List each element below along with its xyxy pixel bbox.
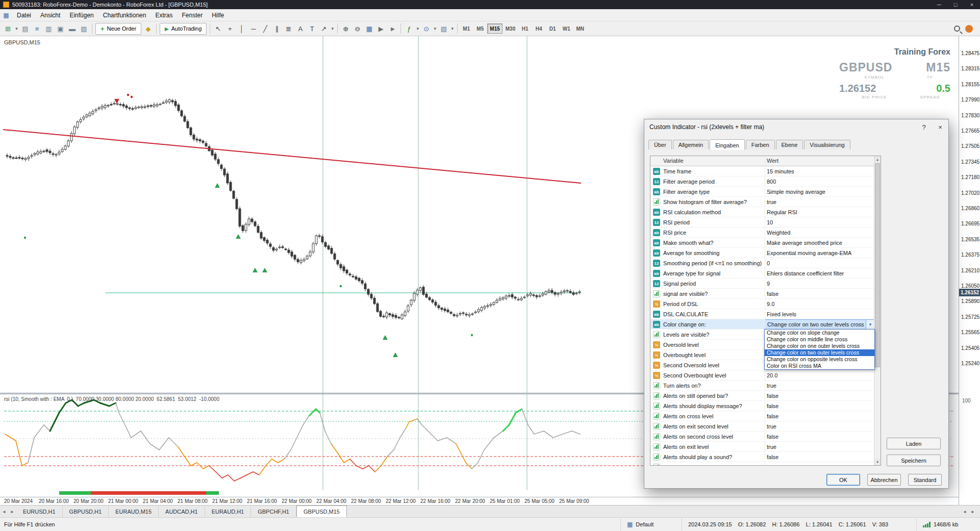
templates-icon[interactable]: ▧ [438, 23, 449, 34]
input-value[interactable]: Regular RSI [767, 209, 797, 215]
input-row[interactable]: Alerts should display message?false [650, 401, 875, 411]
arrows-dropdown-icon[interactable]: ▾ [330, 23, 335, 34]
cancel-button[interactable]: Abbrechen [867, 474, 901, 486]
dialog-close-icon[interactable]: × [932, 119, 948, 135]
input-value[interactable]: 20.0 [767, 372, 777, 378]
dialog-help-icon[interactable]: ? [916, 119, 932, 135]
input-row[interactable]: ½Period of DSL9.0 [650, 299, 875, 309]
color-change-combobox[interactable]: Change color on two outer levels cross▾ [765, 319, 875, 330]
indicators-dropdown-icon[interactable]: ▾ [415, 23, 420, 34]
timeframe-h1[interactable]: H1 [518, 23, 532, 34]
terminal-icon[interactable]: ▬ [66, 23, 78, 34]
close-icon[interactable]: × [964, 0, 980, 9]
input-value[interactable]: true [767, 383, 776, 389]
timeframe-h4[interactable]: H4 [532, 23, 545, 34]
tab-allgemein[interactable]: Allgemein [673, 140, 709, 149]
input-value[interactable]: 800 [767, 179, 776, 185]
menu-hilfe[interactable]: Hilfe [207, 9, 229, 21]
fibonacci-icon[interactable]: ≣ [283, 23, 294, 34]
input-row[interactable]: Alerts on exit leveltrue [650, 442, 875, 452]
menu-datei[interactable]: Datei [12, 9, 36, 21]
navigator-icon[interactable]: ▣ [55, 23, 66, 34]
dropdown-option[interactable]: Change color on two outer levels cross [765, 349, 874, 356]
minimize-icon[interactable]: ─ [931, 0, 947, 9]
reset-button[interactable]: Standard [908, 474, 942, 486]
maximize-icon[interactable]: □ [947, 0, 964, 9]
dropdown-option[interactable]: Change color on opposite levels cross [765, 356, 874, 363]
input-row[interactable]: Alerts on second cross levelfalse [650, 432, 875, 442]
chart-tab-gbpchf-h1[interactable]: GBPCHF,H1 [251, 506, 296, 517]
input-value[interactable]: true [767, 423, 776, 429]
cursor-icon[interactable]: ↖ [212, 23, 224, 34]
input-row[interactable]: abAverage for smoothingExponential movin… [650, 248, 875, 258]
zoom-out-icon[interactable]: ⊖ [351, 23, 363, 34]
tabs-scroll-left-icon[interactable]: ◄ [0, 506, 8, 517]
tile-windows-icon[interactable]: ▦ [363, 23, 375, 34]
community-icon[interactable] [965, 25, 973, 33]
save-button[interactable]: Speichern [887, 454, 941, 466]
input-row[interactable]: 12Signal period9 [650, 279, 875, 289]
input-value[interactable]: 9 [767, 281, 770, 287]
tabs-scroll-left-icon[interactable]: ◄ [961, 506, 969, 517]
time-axis[interactable]: 20 Mar 202420 Mar 16:0020 Mar 20:0021 Ma… [0, 497, 959, 505]
table-scrollbar[interactable]: ▲ ▼ [874, 156, 881, 465]
chart-tab-gbpusd-m15[interactable]: GBPUSD,M15 [296, 505, 347, 517]
input-row[interactable]: abDSL CALCULATEFixed levels [650, 309, 875, 319]
input-row[interactable]: Alerts on still opened bar?false [650, 391, 875, 401]
market-watch-icon[interactable]: ≡ [31, 23, 43, 34]
input-row[interactable]: 12RSI period10 [650, 217, 875, 227]
timeframe-mn[interactable]: MN [573, 23, 587, 34]
vertical-line-icon[interactable]: │ [236, 23, 247, 34]
input-value[interactable]: 10 [767, 219, 773, 225]
input-value[interactable]: false [767, 434, 778, 440]
dialog-titlebar[interactable]: Custom Indicator - rsi (2xlevels + filte… [644, 119, 948, 135]
dropdown-option[interactable]: Change color on middle line cross [765, 336, 874, 343]
tab-ebene[interactable]: Ebene [776, 140, 803, 149]
menu-extras[interactable]: Extras [150, 9, 177, 21]
input-value[interactable]: false [767, 291, 778, 297]
menu-fenster[interactable]: Fenster [178, 9, 208, 21]
input-value[interactable]: Make average smoothed price [767, 240, 842, 246]
profile-selector[interactable]: ▦ Default [620, 518, 682, 531]
chart-tab-euraud-m15[interactable]: EURAUD,M15 [109, 506, 159, 517]
input-row[interactable]: abTime frame15 minutes [650, 166, 875, 176]
input-row[interactable]: Alerts on cross levelfalse [650, 411, 875, 421]
timeframe-m15[interactable]: M15 [487, 23, 502, 34]
menu-chartfunktionen[interactable]: Chartfunktionen [98, 9, 151, 21]
input-value[interactable]: 0 [767, 260, 770, 266]
indicators-icon[interactable]: ƒ [403, 23, 415, 34]
text-icon[interactable]: A [294, 23, 306, 34]
scroll-up-icon[interactable]: ▲ [874, 156, 881, 163]
input-value[interactable]: Exponential moving average-EMA [767, 250, 851, 256]
input-value[interactable]: true [767, 199, 776, 205]
menu-einfügen[interactable]: Einfügen [65, 9, 98, 21]
periods-dropdown-icon[interactable]: ▾ [432, 23, 438, 34]
channel-icon[interactable]: ∥ [271, 23, 283, 34]
input-value[interactable]: false [767, 413, 778, 419]
price-scale[interactable]: 1.284751.283151.281551.279901.278301.276… [959, 36, 980, 505]
input-row[interactable]: abRSI calculation methodRegular RSI [650, 207, 875, 217]
chevron-down-icon[interactable]: ▾ [866, 320, 874, 329]
input-row[interactable]: abAverage type for signalEhlers distance… [650, 268, 875, 279]
new-chart-icon[interactable]: ⊞ [2, 23, 14, 34]
input-row[interactable]: signal are visible?false [650, 289, 875, 299]
input-row[interactable] [650, 462, 875, 465]
input-value[interactable]: false [767, 403, 778, 409]
arrows-tool-icon[interactable]: ↗ [318, 23, 330, 34]
tab-visualisierung[interactable]: Visualisierung [804, 140, 850, 149]
tab-eingaben[interactable]: Eingaben [710, 139, 745, 150]
input-row[interactable]: abRSI priceWeighted [650, 227, 875, 238]
dropdown-option[interactable]: Change color on one outer levels cross [765, 343, 874, 349]
auto-scroll-icon[interactable]: ▶ [375, 23, 387, 34]
input-value[interactable]: Fixed levels [767, 311, 796, 317]
chart-tab-euraud-h1[interactable]: EURAUD,H1 [205, 506, 252, 517]
data-window-icon[interactable]: ▥ [43, 23, 55, 34]
dropdown-option[interactable]: Change color on slope change [765, 330, 874, 336]
input-row[interactable]: abFilter average typeSimple moving avera… [650, 187, 875, 197]
zoom-in-icon[interactable]: ⊕ [340, 23, 351, 34]
input-value[interactable]: true [767, 444, 776, 450]
dropdown-option[interactable]: Color on RSI cross MA [765, 363, 874, 369]
input-value[interactable]: false [767, 454, 778, 460]
input-row[interactable]: abColor change on:Change color on two ou… [650, 319, 875, 330]
input-value[interactable]: Simple moving average [767, 189, 825, 195]
